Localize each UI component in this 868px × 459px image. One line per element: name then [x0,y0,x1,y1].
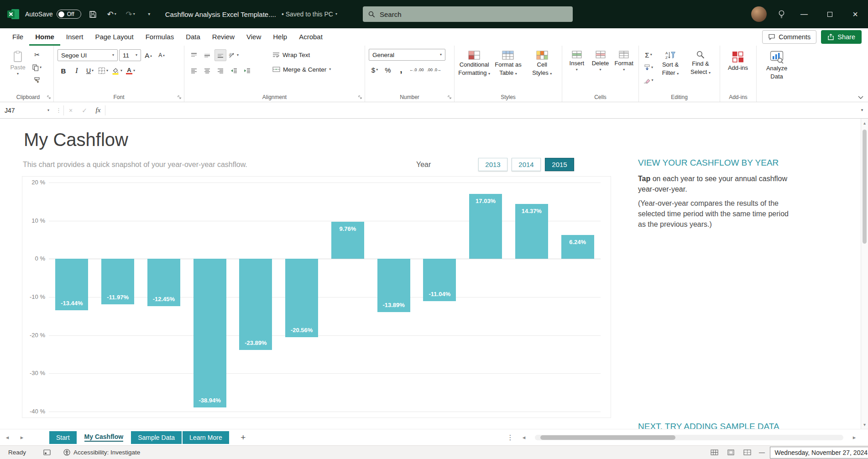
alignment-dialog-launcher[interactable] [358,95,362,99]
decrease-font-size-button[interactable]: A ▾ [156,49,167,61]
horizontal-scrollbar[interactable] [535,435,843,440]
sheet-options-icon[interactable]: ⋮ [504,433,517,442]
hscroll-right-icon[interactable]: ▸ [847,434,862,441]
normal-view-button[interactable] [708,447,722,458]
decrease-indent-button[interactable] [228,65,240,77]
paste-button[interactable]: Paste ▾ [6,49,29,93]
fill-color-button[interactable]: ▾ [110,65,123,77]
font-name-select[interactable]: Segoe UI ▾ [58,49,118,61]
insert-cells-button[interactable]: Insert ▾ [566,49,588,93]
middle-align-button[interactable] [201,49,213,61]
align-right-button[interactable] [214,65,226,77]
maximize-button[interactable] [817,0,842,28]
align-left-button[interactable] [188,65,200,77]
top-align-button[interactable] [188,49,200,61]
orientation-button[interactable]: ab ▾ [228,49,240,61]
page-layout-view-button[interactable] [724,447,738,458]
tab-home[interactable]: Home [29,28,60,46]
redo-button[interactable]: ↷ ▾ [124,7,137,21]
format-painter-button[interactable] [31,74,43,86]
comments-button[interactable]: Comments [762,30,816,44]
increase-decimal-button[interactable]: ←.0 .00 [408,64,425,76]
sheet-tab-sample-data[interactable]: Sample Data [131,431,182,444]
new-sheet-button[interactable]: + [236,433,250,443]
close-button[interactable]: × [842,0,868,28]
insert-function-button[interactable]: fx [91,106,105,114]
horizontal-scroll-thumb[interactable] [540,435,675,440]
expand-formula-bar-button[interactable]: ▾ [856,108,868,112]
underline-button[interactable]: U ▾ [84,65,96,77]
comma-style-button[interactable]: , [395,64,407,76]
autosum-button[interactable]: Σ ▾ [643,49,654,61]
collapse-ribbon-button[interactable] [858,96,863,99]
save-button[interactable] [86,7,100,21]
enter-entry-button[interactable]: ✓ [78,107,91,114]
format-as-table-button[interactable]: Format as Table ▾ [492,49,524,93]
align-center-button[interactable] [201,65,213,77]
avatar[interactable] [751,6,767,22]
sheet-nav-right-icon[interactable]: ▸ [15,434,29,441]
share-button[interactable]: Share [821,30,862,44]
borders-button[interactable]: ▾ [97,65,109,77]
formula-input[interactable] [105,102,856,118]
scroll-down-icon[interactable]: ▾ [861,422,868,427]
tab-acrobat[interactable]: Acrobat [293,28,329,46]
scroll-up-icon[interactable]: ▴ [861,120,868,125]
format-cells-button[interactable]: Format ▾ [613,49,635,93]
clipboard-dialog-launcher[interactable] [47,95,51,99]
analyze-data-button[interactable]: Analyze Data [760,49,793,93]
vertical-scroll-thumb[interactable] [863,130,867,244]
number-format-select[interactable]: General ▾ [369,49,445,61]
italic-button[interactable]: I [71,65,83,77]
tab-file[interactable]: File [6,28,29,46]
cut-button[interactable]: ✂ [31,49,43,61]
zoom-out-button[interactable]: — [757,449,767,456]
increase-indent-button[interactable] [241,65,253,77]
tab-review[interactable]: Review [206,28,241,46]
autosave-control[interactable]: AutoSave Off [25,10,81,19]
delete-cells-button[interactable]: Delete ▾ [590,49,612,93]
hscroll-left-icon[interactable]: ◂ [517,434,531,441]
fill-button[interactable]: ▾ [643,62,654,73]
find-select-button[interactable]: Find & Select ▾ [686,49,715,93]
year-2015-button[interactable]: 2015 [545,158,574,171]
autosave-toggle[interactable]: Off [57,10,81,19]
vertical-scrollbar[interactable]: ▴ ▾ [861,119,868,429]
font-size-select[interactable]: 11 ▾ [119,49,141,61]
quick-access-toolbar-button[interactable]: ▾ [142,7,156,21]
tab-view[interactable]: View [241,28,267,46]
year-2013-button[interactable]: 2013 [478,158,507,171]
cancel-entry-button[interactable]: × [64,107,78,114]
bold-button[interactable]: B [58,65,69,77]
undo-button[interactable]: ↶ ▾ [105,7,119,21]
clear-button[interactable]: ▾ [643,74,654,86]
tab-formulas[interactable]: Formulas [140,28,180,46]
sort-filter-button[interactable]: A Z Sort & Filter ▾ [656,49,685,93]
addins-button[interactable]: Add-ins [724,49,752,93]
merge-center-button[interactable]: Merge & Center ▾ [270,63,333,75]
sheet-nav-left-icon[interactable]: ◂ [0,434,15,441]
name-box[interactable]: J47 ▾ [0,102,54,118]
name-box-resize-handle[interactable]: ⋮ [54,107,63,114]
increase-font-size-button[interactable]: A ▴ [142,49,154,61]
macro-record-button[interactable] [43,449,51,455]
copy-button[interactable]: ▾ [31,62,43,73]
search-input[interactable]: Search [363,6,573,22]
tab-page-layout[interactable]: Page Layout [89,28,139,46]
sheet-tab-learn-more[interactable]: Learn More [183,431,229,444]
tab-data[interactable]: Data [180,28,206,46]
minimize-button[interactable]: — [791,0,817,28]
number-dialog-launcher[interactable] [448,95,452,99]
conditional-formatting-button[interactable]: Conditional Formatting ▾ [458,49,490,93]
accessibility-status[interactable]: Accessibility: Investigate [63,449,140,456]
sheet-tab-start[interactable]: Start [49,431,77,444]
percent-style-button[interactable]: % [382,64,394,76]
tab-help[interactable]: Help [267,28,293,46]
wrap-text-button[interactable]: Wrap Text [270,49,333,61]
cell-styles-button[interactable]: Cell Styles ▾ [526,49,558,93]
sheet-tab-my-cashflow[interactable]: My Cashflow [78,431,131,444]
font-color-button[interactable]: A ▾ [125,65,136,77]
tab-insert[interactable]: Insert [60,28,89,46]
accounting-format-button[interactable]: $ ▾ [369,64,381,76]
bottom-align-button[interactable] [214,49,226,61]
